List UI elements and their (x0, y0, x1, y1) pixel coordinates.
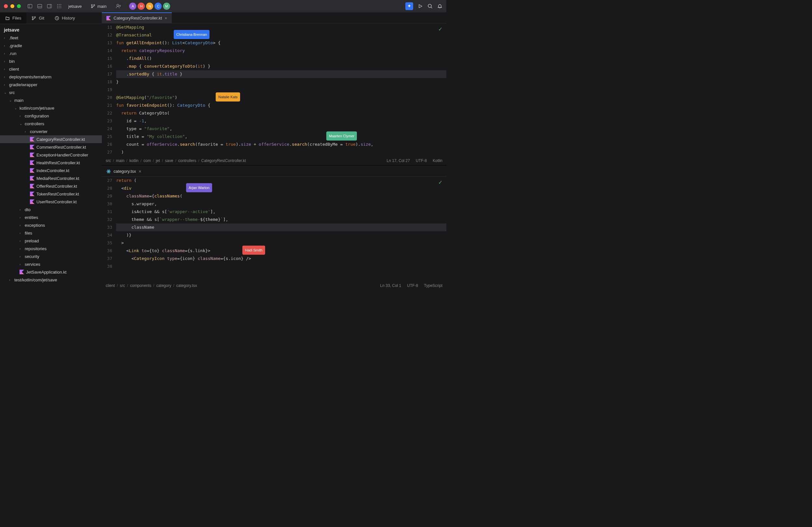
folder-item[interactable]: ›services (0, 260, 102, 268)
minimize-window-button[interactable] (11, 4, 14, 8)
add-collaborator-icon[interactable] (116, 3, 121, 9)
right-panel-icon[interactable] (47, 3, 52, 9)
close-tab-icon[interactable]: × (139, 169, 141, 174)
file-item[interactable]: MediaRestController.kt (0, 174, 102, 182)
folder-item[interactable]: ⌄kotlin/com/jet/save (0, 104, 102, 112)
breadcrumb-segment[interactable]: com (144, 158, 151, 163)
folder-item[interactable]: ›security (0, 252, 102, 260)
file-item[interactable]: TokenRestController.kt (0, 190, 102, 198)
chevron-icon: › (19, 216, 23, 219)
file-language[interactable]: Kotlin (433, 158, 443, 163)
chevron-icon: › (25, 130, 28, 133)
folder-item[interactable]: ⌄src (0, 88, 102, 96)
cursor-position[interactable]: Ln 17, Col 27 (387, 158, 410, 163)
titlebar: jetsave main AHNCM (0, 0, 446, 12)
breadcrumb[interactable]: client/src/components/category/category.… (106, 283, 197, 288)
folder-item[interactable]: ›entities (0, 214, 102, 221)
close-tab-icon[interactable]: × (164, 16, 167, 21)
breadcrumb-segment[interactable]: main (116, 158, 124, 163)
sidebar-tab-git[interactable]: Git (26, 12, 49, 24)
folder-item[interactable]: ›gradle/wrapper (0, 81, 102, 88)
breadcrumb-segment[interactable]: controllers (178, 158, 196, 163)
folder-item[interactable]: ›converter (0, 128, 102, 135)
avatar[interactable]: N (146, 3, 153, 10)
file-item[interactable]: IndexController.kt (0, 166, 102, 174)
editor-body-bottom[interactable]: ✓ 272829303132333435363738 return ( <div… (102, 177, 446, 281)
ai-assist-button[interactable] (405, 2, 413, 10)
breadcrumb[interactable]: src/main/kotlin/com/jet/save/controllers… (106, 158, 246, 163)
folder-item[interactable]: ›files (0, 229, 102, 237)
tree-item-label: repositories (25, 246, 46, 251)
tree-item-label: OfferRestController.kt (37, 184, 77, 189)
svg-point-10 (59, 6, 60, 7)
file-tree[interactable]: jetsave ›.fleet›.gradle›.run›bin›client›… (0, 24, 102, 290)
svg-point-18 (117, 4, 119, 6)
folder-item[interactable]: ›.gradle (0, 42, 102, 49)
breadcrumb-segment[interactable]: client (106, 283, 115, 288)
file-item[interactable]: HealthRestController.kt (0, 159, 102, 166)
code-content[interactable]: @GetMapping@Transactionalfun getAllEndpo… (116, 24, 446, 156)
sidebar-tab-files[interactable]: Files (0, 12, 26, 24)
file-item[interactable]: CategoryRestController.kt (0, 135, 102, 143)
tree-item-label: security (25, 254, 39, 259)
code-content[interactable]: return ( <div className={classNames( s.w… (116, 177, 446, 281)
breadcrumb-segment[interactable]: save (165, 158, 173, 163)
file-encoding[interactable]: UTF-8 (407, 283, 418, 288)
folder-item[interactable]: ›.run (0, 49, 102, 57)
tree-item-label: .gradle (9, 43, 22, 48)
sidebar-tab-history[interactable]: History (49, 12, 80, 24)
branch-selector[interactable]: main (91, 4, 106, 9)
file-item[interactable]: OfferRestController.kt (0, 182, 102, 190)
avatar[interactable]: A (129, 3, 136, 10)
tree-item-label: .fleet (9, 35, 18, 40)
folder-item[interactable]: ›preload (0, 237, 102, 245)
file-language[interactable]: TypeScript (424, 283, 443, 288)
file-item[interactable]: JetSaveApplication.kt (0, 268, 102, 276)
breadcrumb-segment[interactable]: category (156, 283, 171, 288)
folder-item[interactable]: ›deployments/terraform (0, 73, 102, 81)
breadcrumb-segment[interactable]: CategoryRestController.kt (201, 158, 246, 163)
avatar[interactable]: C (155, 3, 162, 10)
search-icon[interactable] (427, 3, 433, 9)
file-item[interactable]: UserRestController.kt (0, 198, 102, 206)
close-window-button[interactable] (4, 4, 8, 8)
kotlin-file-icon (30, 160, 34, 165)
breadcrumb-segment[interactable]: category.tsx (176, 283, 197, 288)
folder-item[interactable]: ›dto (0, 206, 102, 214)
folder-item[interactable]: ›configuration (0, 112, 102, 120)
breadcrumb-segment[interactable]: kotlin (130, 158, 139, 163)
breadcrumb-segment[interactable]: src (120, 283, 125, 288)
bottom-panel-icon[interactable] (37, 3, 42, 9)
avatar[interactable]: M (163, 3, 170, 10)
notifications-icon[interactable] (437, 3, 443, 9)
editor-body-top[interactable]: ✓ 1112131415161718192021222324252627 @Ge… (102, 24, 446, 156)
folder-item[interactable]: ›.fleet (0, 34, 102, 42)
project-root[interactable]: jetsave (0, 26, 102, 34)
file-item[interactable]: ExceptionHandlerController (0, 151, 102, 159)
branch-name: main (97, 4, 106, 9)
folder-item[interactable]: ⌄main (0, 96, 102, 104)
file-encoding[interactable]: UTF-8 (416, 158, 427, 163)
grid-icon[interactable] (57, 3, 62, 9)
tree-item-label: CommentRestController.kt (37, 145, 86, 150)
folder-item[interactable]: ›client (0, 65, 102, 73)
folder-item[interactable]: ›exceptions (0, 221, 102, 229)
breadcrumb-segment[interactable]: jet (156, 158, 160, 163)
breadcrumb-segment[interactable]: src (106, 158, 111, 163)
maximize-window-button[interactable] (17, 4, 21, 8)
folder-item[interactable]: ›repositories (0, 245, 102, 252)
left-panel-icon[interactable] (27, 3, 32, 9)
run-icon[interactable] (418, 3, 423, 9)
editor-tab-tsx[interactable]: category.tsx × (102, 165, 146, 176)
project-name[interactable]: jetsave (68, 4, 82, 9)
svg-point-16 (94, 4, 95, 6)
folder-item[interactable]: ⌄controllers (0, 120, 102, 128)
tree-item-label: client (9, 67, 19, 72)
folder-item[interactable]: ›test/kotlin/com/jet/save (0, 276, 102, 284)
avatar[interactable]: H (137, 3, 145, 10)
editor-tab-kotlin[interactable]: CategoryRestController.kt × (102, 12, 172, 23)
cursor-position[interactable]: Ln 33, Col 1 (380, 283, 402, 288)
folder-item[interactable]: ›bin (0, 57, 102, 65)
file-item[interactable]: CommentRestController.kt (0, 143, 102, 151)
breadcrumb-segment[interactable]: components (130, 283, 151, 288)
